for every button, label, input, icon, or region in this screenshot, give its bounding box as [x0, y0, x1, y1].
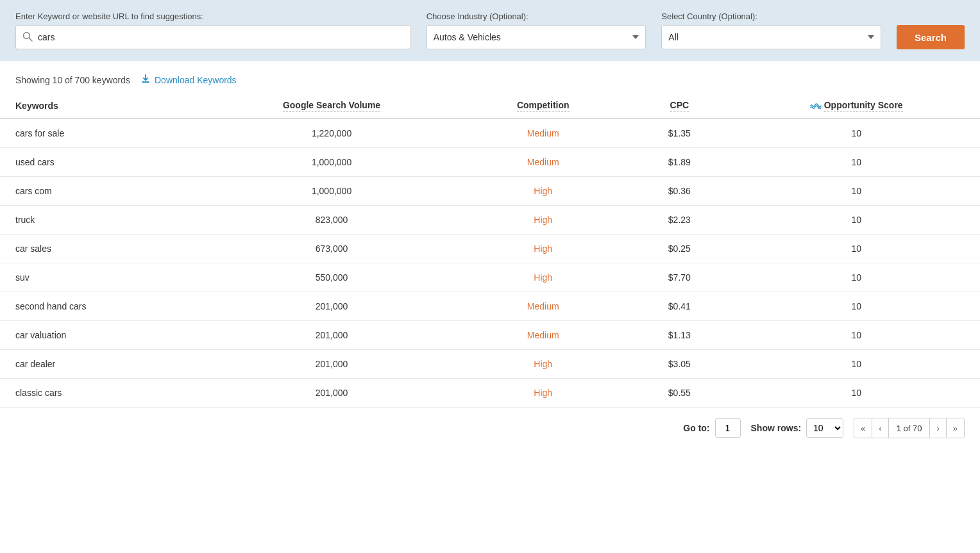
country-field-group: Select Country (Optional): All United St…	[661, 12, 881, 49]
keyword-input-wrapper	[15, 25, 411, 49]
cpc-cell: $7.70	[626, 263, 732, 292]
next-page-button[interactable]: ›	[930, 418, 946, 438]
table-row: car dealer 201,000 High $3.05 10	[0, 350, 980, 379]
volume-cell: 823,000	[203, 206, 460, 235]
svg-line-1	[30, 38, 33, 41]
results-header: Showing 10 of 700 keywords Download Keyw…	[0, 61, 980, 94]
table-row: cars com 1,000,000 High $0.36 10	[0, 177, 980, 206]
industry-label: Choose Industry (Optional):	[427, 12, 646, 21]
table-row: car sales 673,000 High $0.25 10	[0, 235, 980, 263]
pagination: Go to: Show rows: 5 10 25 50 100 « ‹ 1 o…	[0, 408, 980, 449]
cpc-cell: $3.05	[626, 350, 732, 379]
volume-cell: 1,220,000	[203, 119, 460, 148]
keyword-field-group: Enter Keyword or website URL to find sug…	[15, 12, 411, 49]
opportunity-cell: 10	[732, 379, 980, 408]
first-page-button[interactable]: «	[854, 418, 872, 438]
volume-cell: 1,000,000	[203, 177, 460, 206]
goto-label: Go to:	[683, 423, 709, 433]
opportunity-cell: 10	[732, 292, 980, 321]
cpc-cell: $0.55	[626, 379, 732, 408]
cpc-cell: $1.35	[626, 119, 732, 148]
download-keywords-label: Download Keywords	[155, 75, 237, 85]
keyword-cell: cars com	[0, 177, 203, 206]
table-body: cars for sale 1,220,000 Medium $1.35 10 …	[0, 119, 980, 408]
show-rows-select[interactable]: 5 10 25 50 100	[806, 418, 843, 438]
keyword-cell: used cars	[0, 148, 203, 177]
industry-field-group: Choose Industry (Optional): All Autos & …	[427, 12, 646, 49]
keyword-cell: second hand cars	[0, 292, 203, 321]
keyword-cell: cars for sale	[0, 119, 203, 148]
col-header-keywords: Keywords	[0, 94, 203, 119]
competition-cell: High	[460, 206, 626, 235]
volume-cell: 201,000	[203, 379, 460, 408]
volume-cell: 673,000	[203, 235, 460, 263]
keyword-cell: classic cars	[0, 379, 203, 408]
volume-cell: 201,000	[203, 350, 460, 379]
col-header-cpc: CPC	[626, 94, 732, 119]
competition-cell: High	[460, 235, 626, 263]
competition-cell: Medium	[460, 321, 626, 350]
table-row: second hand cars 201,000 Medium $0.41 10	[0, 292, 980, 321]
volume-cell: 201,000	[203, 292, 460, 321]
last-page-button[interactable]: »	[947, 418, 964, 438]
page-nav: « ‹ 1 of 70 › »	[854, 418, 965, 438]
cpc-cell: $1.13	[626, 321, 732, 350]
competition-cell: Medium	[460, 119, 626, 148]
page-info: 1 of 70	[889, 418, 931, 438]
country-select[interactable]: All United States United Kingdom Canada …	[661, 25, 881, 49]
keyword-cell: suv	[0, 263, 203, 292]
col-header-volume: Google Search Volume	[203, 94, 460, 119]
volume-cell: 1,000,000	[203, 148, 460, 177]
results-count: Showing 10 of 700 keywords	[15, 75, 130, 85]
cpc-cell: $2.23	[626, 206, 732, 235]
cpc-cell: $1.89	[626, 148, 732, 177]
download-keywords-link[interactable]: Download Keywords	[140, 74, 237, 86]
opportunity-cell: 10	[732, 350, 980, 379]
competition-cell: High	[460, 263, 626, 292]
volume-cell: 550,000	[203, 263, 460, 292]
table-row: car valuation 201,000 Medium $1.13 10	[0, 321, 980, 350]
opportunity-cell: 10	[732, 206, 980, 235]
table-row: classic cars 201,000 High $0.55 10	[0, 379, 980, 408]
keyword-cell: truck	[0, 206, 203, 235]
search-bar: Enter Keyword or website URL to find sug…	[0, 0, 980, 61]
competition-cell: Medium	[460, 292, 626, 321]
volume-cell: 201,000	[203, 321, 460, 350]
search-button[interactable]: Search	[897, 25, 965, 49]
search-icon	[22, 31, 33, 44]
goto-input[interactable]	[715, 418, 741, 438]
country-label: Select Country (Optional):	[661, 12, 881, 21]
keyword-cell: car valuation	[0, 321, 203, 350]
prev-page-button[interactable]: ‹	[872, 418, 888, 438]
waves-icon	[810, 101, 822, 111]
keyword-input[interactable]	[38, 32, 404, 42]
show-rows-label: Show rows:	[751, 423, 802, 433]
table-row: cars for sale 1,220,000 Medium $1.35 10	[0, 119, 980, 148]
cpc-cell: $0.36	[626, 177, 732, 206]
competition-cell: Medium	[460, 148, 626, 177]
keywords-table: Keywords Google Search Volume Competitio…	[0, 94, 980, 408]
cpc-cell: $0.25	[626, 235, 732, 263]
table-row: used cars 1,000,000 Medium $1.89 10	[0, 148, 980, 177]
opportunity-cell: 10	[732, 263, 980, 292]
competition-cell: High	[460, 379, 626, 408]
opportunity-cell: 10	[732, 148, 980, 177]
col-header-opportunity: Opportunity Score	[732, 94, 980, 119]
goto-group: Go to:	[683, 418, 740, 438]
table-row: truck 823,000 High $2.23 10	[0, 206, 980, 235]
keyword-cell: car dealer	[0, 350, 203, 379]
cpc-cell: $0.41	[626, 292, 732, 321]
opportunity-cell: 10	[732, 321, 980, 350]
table-header-row: Keywords Google Search Volume Competitio…	[0, 94, 980, 119]
keyword-cell: car sales	[0, 235, 203, 263]
opportunity-cell: 10	[732, 235, 980, 263]
download-icon	[140, 74, 151, 86]
competition-cell: High	[460, 177, 626, 206]
keyword-label: Enter Keyword or website URL to find sug…	[15, 12, 411, 21]
opportunity-cell: 10	[732, 177, 980, 206]
industry-select[interactable]: All Autos & Vehicles Arts & Entertainmen…	[427, 25, 646, 49]
show-rows-group: Show rows: 5 10 25 50 100	[751, 418, 844, 438]
competition-cell: High	[460, 350, 626, 379]
table-row: suv 550,000 High $7.70 10	[0, 263, 980, 292]
opportunity-cell: 10	[732, 119, 980, 148]
